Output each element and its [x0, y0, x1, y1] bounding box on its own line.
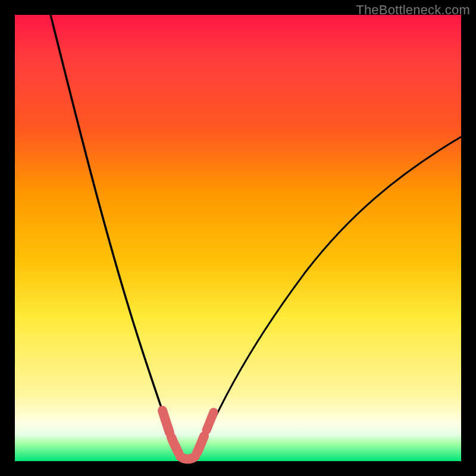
left-curve [51, 15, 182, 459]
chart-container: TheBottleneck.com [0, 0, 476, 476]
chart-svg [15, 15, 461, 461]
watermark-text: TheBottleneck.com [356, 2, 470, 18]
highlight-right-upper [206, 412, 214, 430]
highlight-right-lower [197, 436, 204, 453]
right-curve [193, 137, 461, 459]
